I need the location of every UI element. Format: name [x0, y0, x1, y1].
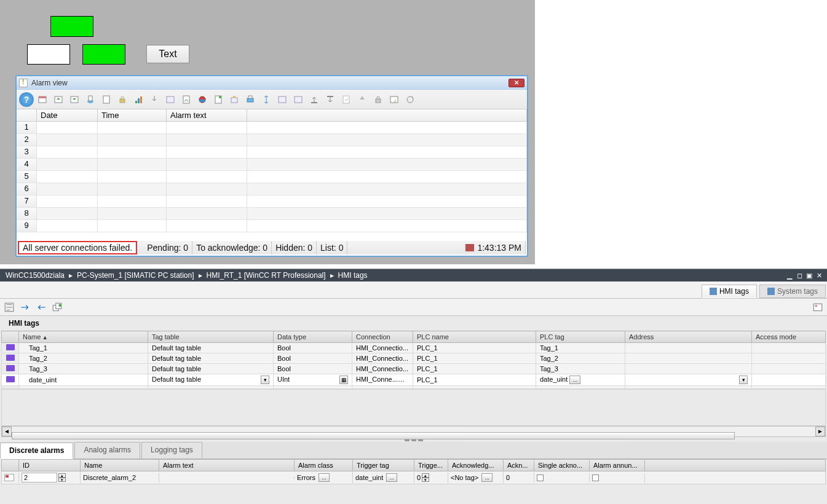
column-header-time[interactable]: Time [98, 109, 167, 121]
da-col-name[interactable]: Name [81, 460, 159, 471]
da-col-icon[interactable] [2, 460, 19, 471]
ack-bit-cell[interactable]: 0 [504, 473, 534, 482]
hmi-col-name[interactable]: Name [19, 331, 148, 343]
browse-icon[interactable]: ... [386, 473, 397, 482]
cell-tag-table[interactable]: Default tag table [148, 343, 274, 353]
tab-analog-alarms[interactable]: Analog alarms [74, 442, 140, 459]
hmi-col-connection[interactable]: Connection [352, 331, 413, 343]
alarm-row[interactable]: 1 [17, 122, 527, 134]
cell-address[interactable]: ▾ [625, 374, 752, 386]
toolbar-btn-2[interactable] [51, 92, 66, 107]
alarm-row[interactable]: 6 [17, 183, 527, 195]
cell-name[interactable]: Tag_2 [19, 353, 148, 364]
browse-icon[interactable]: ... [569, 376, 580, 384]
column-header-index[interactable] [17, 109, 37, 121]
alarm-row[interactable]: 2 [17, 134, 527, 146]
ack-tag-cell[interactable]: <No tag>... [448, 472, 504, 483]
cell-tag-table[interactable]: Default tag table [148, 353, 274, 364]
hmi-col-data-type[interactable]: Data type [274, 331, 352, 343]
da-col-ack-bit[interactable]: Ackn... [504, 460, 534, 471]
crumb-1[interactable]: PC-System_1 [SIMATIC PC station] [75, 271, 196, 280]
checkbox-icon[interactable] [592, 474, 599, 481]
alarm-row[interactable]: 8 [17, 208, 527, 220]
cell-plc-tag[interactable]: Tag_2 [536, 353, 625, 364]
da-col-annun[interactable]: Alarm annun... [590, 460, 645, 471]
toolbar-btn-7[interactable] [131, 92, 146, 107]
cell-plc-name[interactable]: PLC_1 [413, 364, 536, 374]
alarm-name-cell[interactable]: Discrete_alarm_2 [81, 473, 159, 482]
hmi-col-plc-name[interactable]: PLC name [413, 331, 536, 343]
toolbar-icon-3[interactable] [36, 302, 47, 313]
column-header-rest[interactable] [247, 109, 527, 121]
cell-access[interactable] [752, 374, 826, 386]
tab-discrete-alarms[interactable]: Discrete alarms [0, 443, 73, 459]
restore-icon[interactable]: ◻ [795, 272, 804, 279]
cell-connection[interactable]: HMI_Connectio... [352, 343, 413, 353]
maximize-icon[interactable]: ▣ [805, 272, 813, 279]
da-col-trigger-tag[interactable]: Trigger tag [353, 460, 414, 471]
cell-access[interactable] [752, 364, 826, 374]
cell-address[interactable] [625, 364, 752, 374]
toolbar-btn-14[interactable] [243, 92, 258, 107]
crumb-2[interactable]: HMI_RT_1 [WinCC RT Professional] [205, 271, 328, 280]
help-icon[interactable]: ? [19, 92, 34, 107]
toolbar-btn-19[interactable] [323, 92, 338, 107]
scroll-left-icon[interactable]: ◄ [2, 427, 12, 436]
cell-address[interactable] [625, 343, 752, 353]
toolbar-btn-1[interactable] [35, 92, 50, 107]
toolbar-icon-1[interactable] [4, 302, 15, 313]
toolbar-btn-18[interactable] [307, 92, 322, 107]
hmi-col-plc-tag[interactable]: PLC tag [536, 331, 625, 343]
scroll-right-icon[interactable]: ► [815, 427, 825, 436]
cell-plc-tag[interactable]: Tag_3 [536, 364, 625, 374]
hmi-tag-row[interactable]: Tag_3 Default tag table Bool HMI_Connect… [2, 364, 826, 374]
toolbar-icon-right[interactable] [812, 302, 823, 313]
cell-access[interactable] [752, 353, 826, 364]
da-col-ack-tag[interactable]: Acknowledg... [448, 460, 504, 471]
toolbar-btn-12[interactable] [211, 92, 226, 107]
alarm-id-input[interactable] [22, 473, 57, 482]
cell-connection[interactable]: HMI_Conne...... [352, 374, 413, 386]
alarm-row[interactable]: 9 [17, 220, 527, 232]
hmi-col-access[interactable]: Access mode [752, 331, 826, 343]
toolbar-btn-11[interactable] [195, 92, 210, 107]
cell-name[interactable]: Tag_1 [19, 343, 148, 353]
da-col-alarm-class[interactable]: Alarm class [295, 460, 353, 471]
column-header-date[interactable]: Date [37, 109, 98, 121]
da-col-trigger-bit[interactable]: Trigge... [414, 460, 448, 471]
browse-icon[interactable]: ... [319, 473, 330, 482]
bit-stepper[interactable]: ▴▾ [422, 473, 429, 482]
da-col-alarm-text[interactable]: Alarm text [159, 460, 295, 471]
alarm-class-cell[interactable]: Errors... [295, 472, 353, 483]
single-ack-cell[interactable] [534, 473, 590, 482]
hmi-tag-row[interactable]: Tag_1 Default tag table Bool HMI_Connect… [2, 343, 826, 353]
trigger-bit-cell[interactable]: 0▴▾ [414, 472, 448, 483]
toolbar-btn-10[interactable] [179, 92, 194, 107]
cell-plc-name[interactable]: PLC_1 [413, 374, 536, 386]
toolbar-btn-23[interactable] [387, 92, 402, 107]
toolbar-btn-16[interactable] [275, 92, 290, 107]
add-new-row[interactable] [2, 386, 826, 389]
hmi-col-icon[interactable] [2, 331, 19, 343]
alarm-row[interactable]: 3 [17, 146, 527, 159]
toolbar-btn-24[interactable] [403, 92, 417, 107]
toolbar-icon-2[interactable] [20, 302, 31, 313]
da-col-id[interactable]: ID [19, 460, 81, 471]
dropdown-icon[interactable]: ▾ [261, 376, 269, 384]
cell-data-type[interactable]: Bool [274, 343, 352, 353]
toolbar-btn-9[interactable] [163, 92, 178, 107]
cell-tag-table[interactable]: Default tag table [148, 364, 274, 374]
hmi-tag-row[interactable]: Tag_2 Default tag table Bool HMI_Connect… [2, 353, 826, 364]
alarm-row[interactable]: 4 [17, 159, 527, 171]
hmi-tag-row[interactable]: date_uint Default tag table▾ UInt▦ HMI_C… [2, 374, 826, 386]
column-header-alarm-text[interactable]: Alarm text [167, 109, 247, 121]
cell-name[interactable]: date_uint [19, 374, 148, 386]
annun-cell[interactable] [590, 473, 645, 482]
alarm-row[interactable]: 5 [17, 171, 527, 183]
horizontal-scrollbar[interactable]: ◄ ► [1, 426, 826, 437]
toolbar-btn-22[interactable] [371, 92, 386, 107]
toolbar-btn-21[interactable] [355, 92, 370, 107]
toolbar-btn-8[interactable] [147, 92, 162, 107]
toolbar-btn-13[interactable] [227, 92, 242, 107]
cell-plc-name[interactable]: PLC_1 [413, 343, 536, 353]
